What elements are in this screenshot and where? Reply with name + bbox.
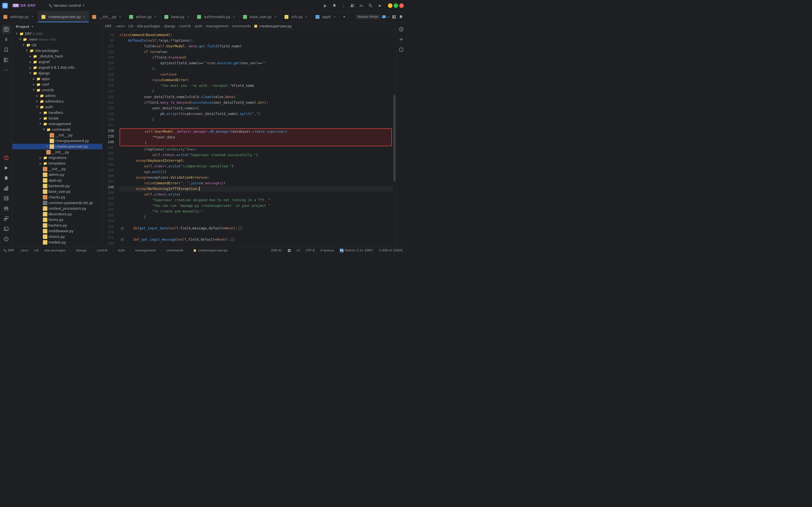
statusbar-vcs[interactable]: DRF bbox=[2, 248, 15, 252]
breadcrumb-django[interactable]: django bbox=[164, 24, 175, 28]
more-sidebar-icon[interactable]: ··· bbox=[2, 65, 11, 74]
services-sidebar-icon[interactable] bbox=[2, 194, 11, 203]
tree-item-base-user-py[interactable]: ▶ base_user.py bbox=[12, 189, 102, 194]
right-panel-icon-3[interactable] bbox=[397, 45, 406, 54]
breadcrumb-commands[interactable]: commands bbox=[232, 24, 251, 28]
scrollbar-thumb[interactable] bbox=[393, 95, 395, 182]
debug-icon[interactable] bbox=[332, 3, 337, 8]
tab-urls[interactable]: urls.py ✕ bbox=[281, 11, 312, 22]
tree-item-apps-py[interactable]: ▶ apps.py bbox=[12, 177, 102, 183]
statusbar-site-packages[interactable]: site-packages bbox=[43, 248, 67, 252]
breadcrumb-createsuperuser[interactable]: createsuperuser.py bbox=[254, 24, 291, 28]
close-button[interactable]: ✕ bbox=[399, 3, 404, 8]
statusbar-line-ending[interactable]: LF bbox=[295, 248, 301, 252]
profiler-sidebar-icon[interactable] bbox=[2, 184, 11, 193]
breadcrumb-drf[interactable]: DRF bbox=[105, 24, 112, 28]
ai-assistant-icon[interactable] bbox=[397, 25, 406, 34]
panel-layout-icon[interactable] bbox=[391, 14, 397, 20]
run-configuration-icon[interactable]: ▶ bbox=[323, 3, 328, 8]
tree-item-changepassword[interactable]: ▶ changepassword.py bbox=[12, 138, 102, 144]
breadcrumb-lib[interactable]: Lib bbox=[128, 24, 133, 28]
commit-sidebar-icon[interactable] bbox=[2, 35, 11, 44]
tab-wilson[interactable]: wilson.py ✕ bbox=[126, 11, 161, 22]
tab-close-createsuperuser[interactable]: ✕ bbox=[83, 15, 86, 19]
tab-close-auth-models[interactable]: ✕ bbox=[232, 15, 236, 19]
tree-item-admindocs[interactable]: ▶ 📁 admindocs bbox=[12, 99, 102, 104]
tab-init[interactable]: __init__.py ✕ bbox=[89, 11, 126, 22]
tree-item-common-passwords[interactable]: ▶ common-passwords.txt.gz bbox=[12, 200, 102, 206]
statusbar-auth-mgmt[interactable]: auth bbox=[117, 248, 126, 252]
notification-bell-icon[interactable] bbox=[398, 14, 404, 20]
tab-auth-models[interactable]: auth\models.py ✕ bbox=[194, 11, 239, 22]
tab-close-init[interactable]: ✕ bbox=[118, 15, 122, 19]
tree-item-django[interactable]: ▶ 📁 django bbox=[12, 70, 102, 76]
statusbar-python[interactable]: Py Python 3.11 (DRF) bbox=[339, 248, 374, 252]
tree-item-migrations[interactable]: ▶ 📁 migrations bbox=[12, 155, 102, 161]
more-options-icon[interactable]: ⋮ bbox=[340, 3, 346, 8]
statusbar-file-info[interactable]: 1:458 of 3392K bbox=[378, 248, 404, 252]
tree-item-conf[interactable]: ▶ 📁 conf bbox=[12, 82, 102, 88]
tree-item-decorators-py[interactable]: ▶ decorators.py bbox=[12, 211, 102, 217]
tree-item-backends-py[interactable]: ▶ backends.py bbox=[12, 183, 102, 189]
vcs-button[interactable]: Version control bbox=[46, 3, 87, 8]
tree-item-venv[interactable]: ▶ 📁 .venv library root bbox=[12, 37, 102, 42]
tree-item-context-processors[interactable]: ▶ context_processors.py bbox=[12, 206, 102, 211]
tree-item-checks-py[interactable]: ▶ checks.py bbox=[12, 194, 102, 200]
maximize-button[interactable]: □ bbox=[394, 3, 398, 8]
tab-close-urls[interactable]: ✕ bbox=[305, 15, 309, 19]
debug-sidebar-icon[interactable] bbox=[2, 174, 11, 183]
project-sidebar-icon[interactable] bbox=[2, 25, 11, 34]
tree-item-asgiref[interactable]: ▶ 📁 asgiref bbox=[12, 59, 102, 65]
statusbar-venv[interactable]: .venv bbox=[18, 248, 29, 252]
tab-close-base[interactable]: ✕ bbox=[186, 15, 190, 19]
fold-marker-271[interactable]: ▶ bbox=[121, 238, 124, 241]
database-sidebar-icon[interactable] bbox=[2, 204, 11, 213]
structure-sidebar-icon[interactable] bbox=[2, 55, 11, 64]
tree-item-middleware-py[interactable]: ▶ middleware.py bbox=[12, 228, 102, 234]
breadcrumb-contrib[interactable]: contrib bbox=[179, 24, 191, 28]
statusbar-cursor-position[interactable]: 248:41 bbox=[270, 248, 283, 252]
tree-item-contrib[interactable]: ▶ 📁 contrib bbox=[12, 88, 102, 93]
terminal-sidebar-icon[interactable] bbox=[2, 224, 11, 233]
tree-item-admin-py[interactable]: ▶ admin.py bbox=[12, 172, 102, 177]
tree-item-asgiref-dist[interactable]: ▶ 📁 asgiref-3.8.1.dist-info bbox=[12, 65, 102, 70]
statusbar-lib[interactable]: Lib bbox=[33, 248, 40, 252]
tree-item-forms-py[interactable]: ▶ forms.py bbox=[12, 217, 102, 223]
breadcrumb-venv[interactable]: .venv bbox=[115, 24, 125, 28]
statusbar-file[interactable]: createsuperuser.py bbox=[193, 248, 229, 252]
tab-base[interactable]: base.py ✕ bbox=[161, 11, 194, 22]
tab-settings[interactable]: settings.py ✕ bbox=[0, 11, 38, 22]
tree-item-auth-init[interactable]: ▶ __init__.py bbox=[12, 166, 102, 172]
editor-scrollbar[interactable] bbox=[393, 30, 396, 247]
breadcrumb-management[interactable]: management bbox=[206, 24, 228, 28]
run-sidebar-icon[interactable] bbox=[2, 163, 11, 172]
collapse-271[interactable]: ... bbox=[230, 238, 235, 241]
statusbar-indent[interactable]: 4 spaces bbox=[319, 248, 335, 252]
statusbar-management[interactable]: management bbox=[134, 248, 157, 252]
tree-item-lib[interactable]: ▶ 📁 Lib bbox=[12, 42, 102, 48]
right-panel-icon-2[interactable] bbox=[397, 35, 406, 44]
tree-item-distutils[interactable]: ▶ 📁 _distutils_hack bbox=[12, 54, 102, 59]
tree-item-cmd-init[interactable]: ▶ __init__.py bbox=[12, 132, 102, 138]
statusbar-windows-icon[interactable] bbox=[286, 249, 292, 252]
settings-icon[interactable] bbox=[377, 3, 382, 8]
statusbar-contrib[interactable]: contrib bbox=[96, 248, 109, 252]
code-editor-area[interactable]: 26 91 223 224 225 226 227 228 229 230 23… bbox=[103, 30, 396, 247]
tree-item-handlers[interactable]: ▶ 📁 handlers bbox=[12, 110, 102, 116]
tree-item-models-py[interactable]: ▶ models.py bbox=[12, 239, 102, 245]
tree-item-templates[interactable]: ▶ 📁 templates bbox=[12, 161, 102, 166]
reader-mode-button[interactable]: Reader Mode bbox=[356, 14, 380, 19]
tree-item-mgmt-init[interactable]: ▶ __init__.py bbox=[12, 149, 102, 155]
tab-base-user[interactable]: base_user.py ✕ bbox=[240, 11, 281, 22]
tree-item-createsuperuser[interactable]: ▶ createsuperuser.py bbox=[12, 144, 102, 149]
tab-app0[interactable]: app0 ✕ bbox=[312, 11, 340, 22]
statusbar-django[interactable]: django bbox=[75, 248, 88, 252]
breadcrumb-site-packages[interactable]: site-packages bbox=[137, 24, 160, 28]
tree-item-site-packages[interactable]: ▶ 📁 site-packages bbox=[12, 48, 102, 54]
feedback-sidebar-icon[interactable] bbox=[2, 234, 11, 243]
statusbar-commands[interactable]: commands bbox=[165, 248, 185, 252]
bookmarks-sidebar-icon[interactable] bbox=[2, 45, 11, 54]
tab-close-app0[interactable]: ✕ bbox=[333, 15, 337, 19]
tab-overflow-button[interactable] bbox=[340, 11, 348, 22]
tree-item-apps[interactable]: ▶ 📁 apps bbox=[12, 76, 102, 82]
